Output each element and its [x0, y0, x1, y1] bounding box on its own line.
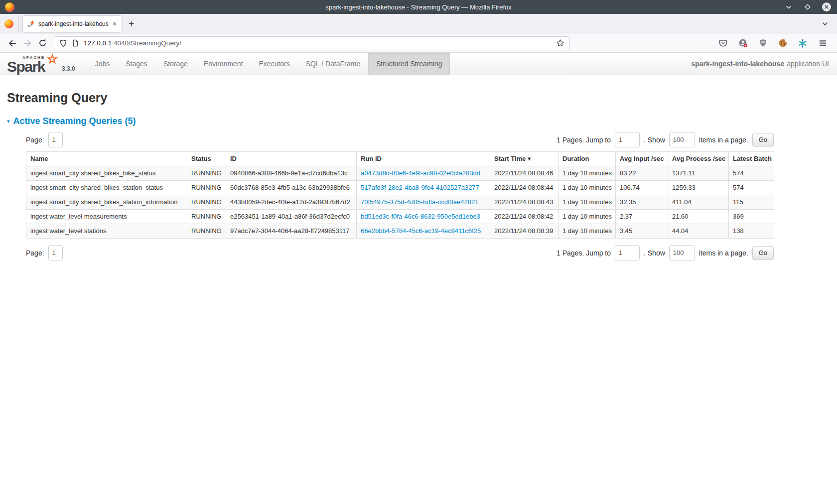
spark-favicon — [27, 20, 35, 28]
cell-id: e2563451-1a89-40a1-a86f-36d37d2ecfc0 — [226, 210, 357, 224]
cell-avg-input-per-sec: 3.45 — [616, 224, 668, 239]
spark-logo[interactable]: APACHE Spark — [7, 53, 59, 75]
pocket-icon — [719, 39, 727, 47]
cell-start-time: 2022/11/24 08:08:39 — [490, 224, 558, 239]
column-header[interactable]: Run ID — [357, 152, 490, 166]
shield-permissions-icon[interactable] — [59, 39, 67, 47]
application-ui-label: spark-ingest-into-lakehouse application … — [691, 53, 837, 75]
column-header[interactable]: Duration — [558, 152, 616, 166]
cell-run-id: bd51ed3c-f0fa-46c6-8632-950e5ed1ebe3 — [357, 210, 490, 224]
nav-tab-storage[interactable]: Storage — [155, 53, 196, 75]
diamond-icon — [804, 3, 812, 11]
cell-id: 60dc3768-85e3-4fb5-a13c-63b29938bfe6 — [226, 181, 357, 195]
cell-avg-process-per-sec: 411.04 — [668, 195, 729, 210]
go-button[interactable]: Go — [752, 133, 774, 146]
run-id-link[interactable]: 66e2bbb4-5784-45c6-ac19-4ec9411c6f25 — [361, 227, 481, 235]
list-all-tabs-button[interactable] — [821, 20, 829, 28]
cell-status: RUNNING — [187, 210, 226, 224]
cell-status: RUNNING — [187, 181, 226, 195]
menu-button[interactable] — [815, 36, 830, 50]
table-row: ingest water_level measurementsRUNNINGe2… — [26, 210, 774, 224]
jump-to-page-input[interactable] — [615, 245, 640, 260]
page-info-icon[interactable] — [72, 39, 79, 47]
application-suffix: application UI — [787, 60, 829, 68]
minimize-button[interactable] — [783, 1, 794, 12]
forward-button[interactable] — [20, 36, 35, 50]
run-id-link[interactable]: 70f54975-375d-4d05-bdfa-ccd0fae42821 — [361, 198, 478, 206]
cookie-extension-button[interactable] — [775, 36, 790, 50]
browser-tab[interactable]: spark-ingest-into-lakehous × — [23, 16, 122, 32]
nav-tab-environment[interactable]: Environment — [196, 53, 251, 75]
snowflake-extension-button[interactable] — [795, 36, 810, 50]
pagination-bottom: Page: 1 Pages. Jump to . Show items in a… — [26, 245, 774, 260]
page-title: Streaming Query — [7, 91, 830, 105]
back-button[interactable] — [5, 36, 20, 50]
tab-close-button[interactable]: × — [112, 20, 118, 27]
bookmark-star-button[interactable] — [556, 39, 564, 47]
url-text: 127.0.0.1:4040/StreamingQuery/ — [84, 39, 181, 47]
cell-latest-batch: 115 — [729, 195, 774, 210]
column-header[interactable]: Status — [187, 152, 226, 166]
run-id-link[interactable]: 517afd3f-28e2-4ba8-9fe4-4102527a3277 — [361, 184, 479, 191]
chevron-down-icon — [785, 3, 793, 11]
table-row: ingest water_level stationsRUNNING97adc7… — [26, 224, 774, 239]
cell-run-id: 70f54975-375d-4d05-bdfa-ccd0fae42821 — [357, 195, 490, 210]
page-number-input[interactable] — [48, 245, 63, 260]
cell-name: ingest smart_city shared_bikes_station_s… — [26, 181, 187, 195]
star-icon — [556, 39, 564, 47]
cell-duration: 1 day 10 minutes — [558, 224, 616, 239]
cell-duration: 1 day 10 minutes — [558, 181, 616, 195]
run-id-link[interactable]: bd51ed3c-f0fa-46c6-8632-950e5ed1ebe3 — [361, 213, 480, 220]
reload-button[interactable] — [35, 36, 50, 50]
nav-tab-structured-streaming[interactable]: Structured Streaming — [368, 53, 450, 75]
cell-id: 443b0059-2dec-40fe-a12d-2a393f7b67d2 — [226, 195, 357, 210]
table-row: ingest smart_city shared_bikes_station_s… — [26, 181, 774, 195]
column-header[interactable]: Start Time ▾ — [490, 152, 558, 166]
items-per-page-input[interactable] — [669, 245, 695, 260]
close-icon — [822, 2, 832, 12]
shield-uo-icon: UO — [759, 39, 767, 47]
window-title: spark-ingest-into-lakehouse - Streaming … — [0, 3, 837, 11]
section-title: Active Streaming Queries (5) — [13, 116, 136, 126]
url-bar[interactable]: 127.0.0.1:4040/StreamingQuery/ — [54, 36, 570, 50]
column-header[interactable]: ID — [226, 152, 357, 166]
cell-status: RUNNING — [187, 195, 226, 210]
hamburger-menu-icon — [819, 39, 827, 47]
cell-latest-batch: 574 — [729, 166, 774, 181]
new-tab-button[interactable]: + — [129, 18, 135, 30]
pocket-button[interactable] — [715, 36, 730, 50]
column-header[interactable]: Name — [26, 152, 187, 166]
run-id-link[interactable]: a0473d8d-80e6-4e9f-ac98-02e0cfa283dd — [361, 169, 480, 177]
cell-name: ingest smart_city shared_bikes_station_i… — [26, 195, 187, 210]
page-number-input[interactable] — [48, 132, 63, 147]
cell-id: 0940ff66-a308-466b-9e1a-cf7cd6dba13c — [226, 166, 357, 181]
active-queries-section-header[interactable]: ▾ Active Streaming Queries (5) — [7, 116, 830, 126]
nav-tab-stages[interactable]: Stages — [118, 53, 155, 75]
ublock-extension-button[interactable]: UO — [755, 36, 770, 50]
cell-status: RUNNING — [187, 166, 226, 181]
column-header[interactable]: Avg Process /sec — [668, 152, 729, 166]
close-button[interactable] — [821, 1, 832, 12]
page-label: Page: — [26, 249, 44, 257]
items-per-page-input[interactable] — [669, 132, 695, 147]
column-header[interactable]: Latest Batch — [729, 152, 774, 166]
cell-start-time: 2022/11/24 08:08:44 — [490, 181, 558, 195]
application-name: spark-ingest-into-lakehouse — [691, 60, 784, 68]
firefox-view-button[interactable] — [4, 16, 19, 32]
cell-duration: 1 day 10 minutes — [558, 166, 616, 181]
cell-avg-process-per-sec: 1259.33 — [668, 181, 729, 195]
nav-tab-executors[interactable]: Executors — [251, 53, 298, 75]
maximize-button[interactable] — [802, 1, 813, 12]
column-header[interactable]: Avg Input /sec — [616, 152, 668, 166]
chevron-down-icon — [821, 20, 829, 28]
cell-avg-process-per-sec: 21.60 — [668, 210, 729, 224]
items-text: items in a page. — [699, 249, 748, 257]
nav-tab-sql-dataframe[interactable]: SQL / DataFrame — [298, 53, 368, 75]
privacy-extension-button[interactable] — [735, 36, 750, 50]
go-button[interactable]: Go — [752, 246, 774, 259]
cell-avg-input-per-sec: 2.37 — [616, 210, 668, 224]
nav-tab-jobs[interactable]: Jobs — [87, 53, 118, 75]
show-text: . Show — [644, 249, 665, 257]
jump-to-page-input[interactable] — [615, 132, 640, 147]
cell-status: RUNNING — [187, 224, 226, 239]
